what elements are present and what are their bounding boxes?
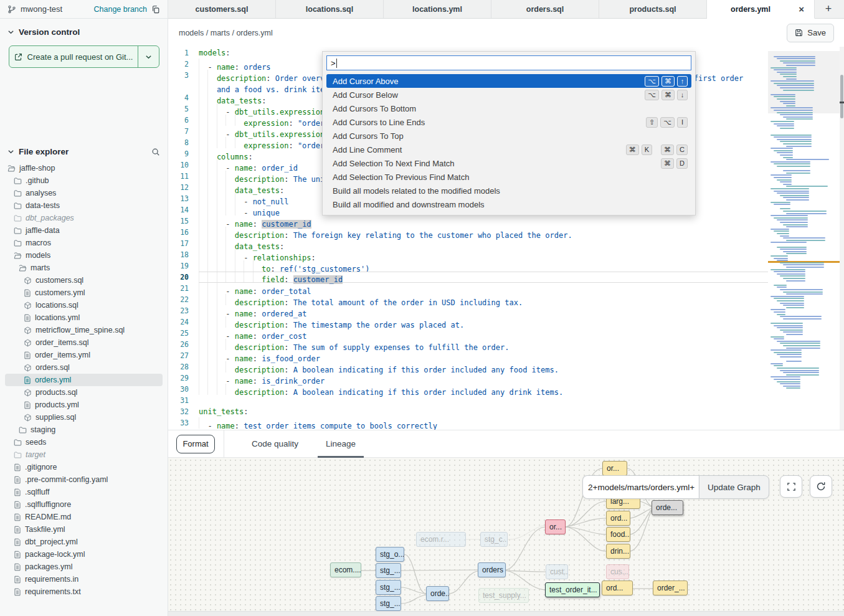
tab-lineage[interactable]: Lineage — [326, 430, 356, 458]
file-tree-item-marts[interactable]: marts — [5, 262, 163, 274]
file-tree-item-.gitignore[interactable]: .gitignore — [5, 461, 163, 473]
code-line[interactable]: 16description: The foreign key relating … — [168, 227, 768, 238]
code-line[interactable]: 30description: A boolean indicating if t… — [168, 384, 768, 395]
command-item-add-cursors-to-bottom[interactable]: Add Cursors To Bottom — [326, 102, 691, 115]
code-line[interactable]: 17data_tests: — [168, 238, 768, 249]
lineage-node[interactable]: ord... — [606, 511, 630, 526]
lineage-node[interactable]: ord... — [602, 580, 633, 595]
lineage-node[interactable]: cust... — [546, 564, 568, 579]
lineage-node[interactable]: food... — [606, 527, 630, 542]
tab-locations-yml[interactable]: locations.yml — [384, 0, 491, 18]
editor-scrollbar[interactable] — [840, 47, 844, 430]
refresh-button[interactable] — [810, 475, 832, 498]
change-branch-link[interactable]: Change branch — [94, 5, 147, 14]
tab-orders-sql[interactable]: orders.sql — [491, 0, 599, 18]
code-line[interactable]: 19to: ref('stg_customers') — [168, 260, 768, 272]
version-control-header[interactable]: Version control — [0, 19, 168, 42]
command-item-add-cursor-below[interactable]: Add Cursor Below⌥⌘↓ — [326, 88, 691, 102]
file-tree-item-target[interactable]: target — [5, 448, 163, 461]
lineage-node[interactable]: or... — [545, 519, 566, 534]
code-line[interactable]: 33- name: test_order_items_compute_to_bo… — [168, 417, 768, 429]
code-line[interactable]: 28description: A boolean indicating if t… — [168, 361, 768, 372]
file-tree-item-locations.yml[interactable]: locations.yml — [5, 311, 163, 324]
file-tree-item-products.yml[interactable]: products.yml — [5, 399, 163, 411]
command-item-build-all-models-related-to-the-modified-models[interactable]: Build all models related to the modified… — [326, 184, 691, 197]
format-button[interactable]: Format — [176, 435, 215, 453]
tab-locations-sql[interactable]: locations.sql — [276, 0, 384, 18]
code-line[interactable]: 31 — [168, 395, 768, 406]
file-tree-item-analyses[interactable]: analyses — [5, 187, 163, 199]
file-tree-item-dbt-project.yml[interactable]: dbt_project.yml — [5, 536, 163, 548]
file-tree-item-locations.sql[interactable]: locations.sql — [5, 299, 163, 311]
lineage-node[interactable]: stg_... — [376, 563, 401, 578]
search-icon[interactable] — [151, 148, 160, 156]
file-tree-item-data-tests[interactable]: data-tests — [5, 199, 163, 212]
scrollbar-thumb[interactable] — [840, 75, 843, 118]
lineage-canvas[interactable]: ecom....stg_o...stg_...stg_...stg_...ord… — [168, 458, 844, 611]
file-tree-item-package-lock.yml[interactable]: package-lock.yml — [5, 548, 163, 561]
lineage-node[interactable]: or... — [602, 461, 627, 476]
tab-customers-sql[interactable]: customers.sql — [168, 0, 276, 18]
file-tree-item-packages.yml[interactable]: packages.yml — [5, 561, 163, 573]
file-tree-item-jaffle-shop[interactable]: jaffle-shop — [5, 162, 163, 174]
update-graph-button[interactable]: Update Graph — [699, 475, 769, 499]
file-tree-item-.sqlfluffignore[interactable]: .sqlfluffignore — [5, 498, 163, 511]
file-tree-item-taskfile.yml[interactable]: Taskfile.yml — [5, 523, 163, 536]
lineage-node[interactable]: test_supply... — [478, 588, 529, 603]
file-tree-item-jaffle-data[interactable]: jaffle-data — [5, 224, 163, 237]
lineage-node[interactable]: stg_o... — [376, 547, 404, 562]
code-editor[interactable]: 1models:2- name: orders3description: Ord… — [168, 47, 844, 430]
save-button[interactable]: Save — [787, 24, 834, 42]
command-item-add-cursors-to-line-ends[interactable]: Add Cursors to Line Ends⇧⌥I — [326, 115, 691, 129]
command-item-add-cursors-to-top[interactable]: Add Cursors To Top — [326, 129, 691, 143]
lineage-node[interactable]: test_order_it... — [545, 582, 600, 597]
code-line[interactable]: 15- name: customer_id — [168, 216, 768, 227]
file-tree-item-requirements.in[interactable]: requirements.in — [5, 573, 163, 585]
file-tree-item-.pre-commit-config.yaml[interactable]: .pre-commit-config.yaml — [5, 473, 163, 486]
command-item-add-selection-to-next-find-match[interactable]: Add Selection To Next Find Match⌘D — [326, 156, 691, 170]
code-line[interactable]: 29- name: is_drink_order — [168, 372, 768, 384]
code-line[interactable]: 18- relationships: — [168, 249, 768, 260]
file-tree-item-.github[interactable]: .github — [5, 174, 163, 187]
code-line[interactable]: 25- name: order_cost — [168, 328, 768, 339]
file-tree-item-order-items.sql[interactable]: order_items.sql — [5, 336, 163, 349]
code-line[interactable]: 27- name: is_food_order — [168, 350, 768, 361]
file-tree-item-supplies.sql[interactable]: supplies.sql — [5, 411, 163, 424]
create-pr-button[interactable]: Create a pull request on Git... — [9, 45, 159, 68]
file-tree-item-orders.yml[interactable]: orders.yml — [5, 374, 163, 386]
lineage-node[interactable]: stg_c... — [480, 532, 508, 547]
file-explorer-header[interactable]: File explorer — [0, 138, 168, 161]
lineage-selector-input[interactable]: 2+models/marts/orders.yml+ — [582, 475, 699, 499]
lineage-node[interactable]: order_... — [653, 580, 688, 595]
file-tree-item-customers.sql[interactable]: customers.sql — [5, 274, 163, 287]
new-tab-button[interactable]: + — [815, 0, 842, 18]
file-tree-item-orders.sql[interactable]: orders.sql — [5, 361, 163, 374]
lineage-node[interactable]: orde... — [652, 500, 683, 515]
file-tree-item-staging[interactable]: staging — [5, 424, 163, 436]
code-line[interactable]: 21- name: order_total — [168, 283, 768, 294]
lineage-node[interactable]: orders — [478, 562, 506, 577]
lineage-node[interactable]: ecom.... — [330, 562, 361, 577]
file-tree-item-dbt-packages[interactable]: dbt_packages — [5, 212, 163, 224]
tab-products-sql[interactable]: products.sql — [599, 0, 707, 18]
file-tree-item-requirements.txt[interactable]: requirements.txt — [5, 585, 163, 598]
lineage-node[interactable]: drin... — [606, 544, 630, 559]
command-item-build-all-modified-and-downstream-models[interactable]: Build all modified and downstream models — [326, 197, 691, 211]
tab-orders-yml[interactable]: orders.yml× — [707, 0, 815, 19]
code-line[interactable]: 32unit_tests: — [168, 406, 768, 417]
copy-icon[interactable] — [151, 5, 160, 14]
file-tree-item-order-items.yml[interactable]: order_items.yml — [5, 349, 163, 361]
pr-dropdown-toggle[interactable] — [138, 46, 159, 67]
lineage-node[interactable]: stg_... — [376, 596, 401, 611]
command-item-add-selection-to-previous-find-match[interactable]: Add Selection To Previous Find Match — [326, 170, 691, 184]
file-tree-item-macros[interactable]: macros — [5, 237, 163, 249]
file-tree-item-metricflow-time-spine.sql[interactable]: metricflow_time_spine.sql — [5, 324, 163, 336]
file-tree-item-seeds[interactable]: seeds — [5, 436, 163, 448]
file-tree-item-products.sql[interactable]: products.sql — [5, 386, 163, 399]
lineage-node[interactable]: stg_... — [376, 580, 401, 595]
lineage-node[interactable]: ecom.r... — [416, 532, 466, 547]
command-item-add-line-comment[interactable]: Add Line Comment⌘K⌘C — [326, 143, 691, 156]
fullscreen-button[interactable] — [780, 475, 802, 498]
tab-code-quality[interactable]: Code quality — [252, 430, 298, 458]
code-line[interactable]: 23- name: ordered_at — [168, 305, 768, 316]
